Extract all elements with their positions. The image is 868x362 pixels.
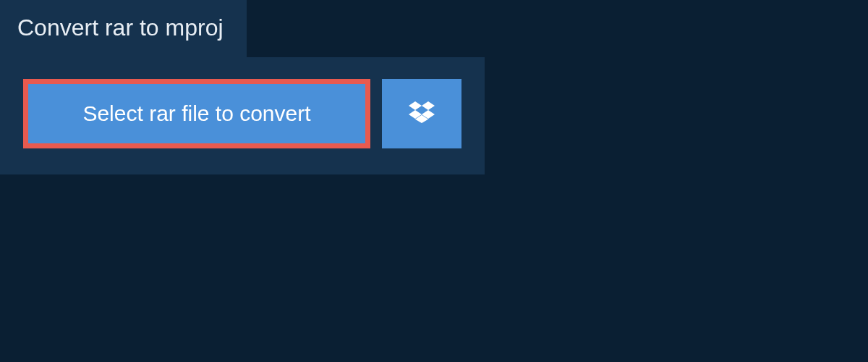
tab-convert[interactable]: Convert rar to mproj [0,0,247,57]
select-file-label: Select rar file to convert [82,101,310,126]
dropbox-icon [409,99,435,128]
upload-panel: Select rar file to convert [0,57,485,174]
select-file-button[interactable]: Select rar file to convert [23,79,370,148]
dropbox-button[interactable] [382,79,461,148]
tab-title: Convert rar to mproj [17,14,224,41]
